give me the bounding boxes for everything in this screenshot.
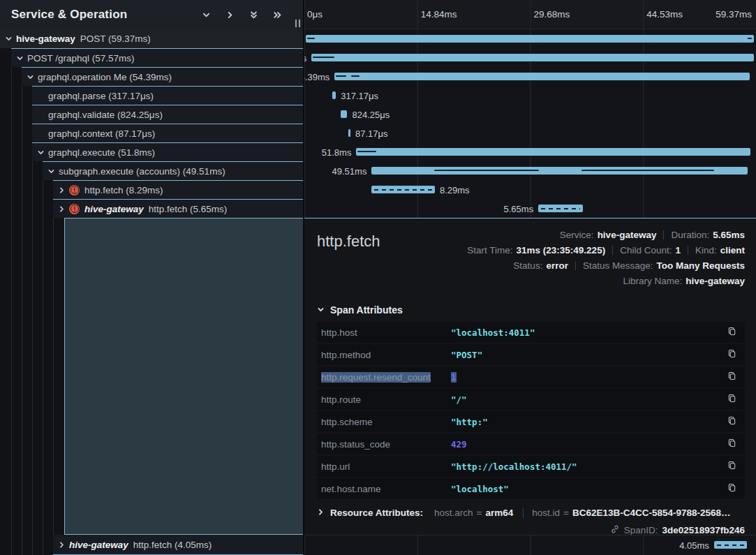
span-tree-row[interactable]: graphql.parse (317.17μs) — [32, 86, 303, 105]
chevron-right-icon[interactable] — [57, 205, 66, 213]
chevron-right-icon[interactable] — [57, 186, 66, 194]
resource-attributes-row[interactable]: Resource Attributes: host.arch=arm64 hos… — [317, 508, 745, 518]
copy-button[interactable] — [726, 415, 738, 429]
span-duration-bar[interactable] — [306, 35, 754, 43]
chevron-right-icon[interactable] — [57, 541, 66, 549]
span-tree-row[interactable]: graphql.validate (824.25μs) — [32, 105, 303, 124]
copy-icon — [727, 394, 736, 405]
span-duration-bar[interactable] — [311, 54, 753, 61]
attribute-value: "localhost" — [451, 484, 720, 494]
chevron-right-icon — [317, 508, 325, 518]
timeline-row-bottom[interactable]: 4.05ms — [304, 535, 756, 555]
span-duration-bar[interactable] — [332, 91, 336, 99]
chevron-down-icon[interactable] — [36, 149, 45, 156]
span-timeline-row[interactable]: 49.51ms — [304, 161, 756, 180]
span-duration-bar[interactable] — [714, 541, 747, 549]
copy-button[interactable] — [726, 348, 738, 362]
bar-duration-label: 49.51ms — [332, 165, 367, 176]
attribute-value: "POST" — [451, 350, 720, 360]
resource-attribute-item: host.arch=arm64 — [434, 508, 513, 518]
meta-value: client — [720, 245, 745, 256]
attribute-row[interactable]: http.route "/" — [317, 389, 745, 410]
span-timeline-row[interactable]: 4.05ms — [304, 535, 756, 554]
span-duration-bar[interactable] — [341, 110, 347, 118]
attribute-value: 429 — [451, 439, 720, 450]
span-timeline-row[interactable]: 824.25μs — [304, 105, 756, 124]
copy-button[interactable] — [726, 392, 738, 406]
attribute-value: "http://localhost:4011/" — [451, 461, 720, 472]
axis-tick-label: 59.37ms — [716, 9, 752, 20]
bar-duration-label: 8.29ms — [440, 184, 470, 195]
attribute-value: "http:" — [451, 417, 720, 427]
copy-icon — [727, 349, 736, 360]
meta-label: Library Name: — [623, 276, 682, 286]
copy-button[interactable] — [726, 437, 738, 451]
panel-splitter-handle[interactable] — [295, 20, 300, 27]
copy-button[interactable] — [726, 325, 738, 339]
span-tree-row[interactable]: !http.fetch (8.29ms) — [53, 180, 303, 199]
bar-duration-label: 5.65ms — [504, 203, 534, 214]
span-duration-bar[interactable] — [538, 205, 582, 212]
attribute-row[interactable]: http.host "localhost:4011" — [317, 322, 745, 343]
meta-label: Kind: — [695, 245, 717, 256]
attribute-row[interactable]: http.status_code 429 — [317, 434, 745, 454]
span-detail-panel: http.fetch Service:hive-gatewayDuration:… — [304, 218, 756, 535]
attribute-key: http.method — [321, 350, 451, 360]
attribute-row[interactable]: http.request.resend_count 1 — [317, 367, 745, 387]
span-service-name: hive-gateway — [69, 540, 128, 550]
span-operation-label: POST (59.37ms) — [80, 34, 151, 44]
expand-one-icon[interactable] — [224, 9, 236, 21]
span-duration-bar[interactable] — [371, 186, 435, 193]
span-tree-row[interactable]: POST /graphql (57.57ms) — [11, 48, 303, 67]
span-tree-row[interactable]: !hive-gatewayhttp.fetch (5.65ms) — [53, 199, 303, 218]
span-duration-bar[interactable] — [371, 167, 748, 175]
span-timeline-row[interactable]: 8.29ms — [304, 180, 756, 199]
bar-duration-label: 317.17μs — [341, 90, 378, 101]
span-timeline-row[interactable]: 54.39ms — [304, 67, 756, 86]
span-operation-label: http.fetch (4.05ms) — [133, 540, 212, 550]
attribute-row[interactable]: http.method "POST" — [317, 344, 745, 365]
span-timeline-row[interactable]: 87.17μs — [304, 124, 756, 142]
copy-button[interactable] — [726, 370, 738, 384]
error-icon: ! — [69, 185, 80, 195]
trace-viewer-window: Service & Operation hive-gatewayPOST (59… — [0, 0, 756, 555]
attribute-row[interactable]: http.url "http://localhost:4011/" — [317, 456, 745, 477]
span-operation-label: POST /graphql (57.57ms) — [27, 53, 135, 64]
bar-duration-label: 54.39ms — [304, 71, 329, 82]
span-attributes-table: http.host "localhost:4011" http.method "… — [317, 322, 745, 499]
copy-icon — [727, 327, 736, 338]
span-tree-row[interactable]: hive-gatewayhttp.fetch (4.05ms) — [53, 535, 303, 555]
span-timeline-row[interactable] — [304, 29, 756, 48]
span-attributes-header[interactable]: Span Attributes — [317, 304, 745, 316]
collapse-one-icon[interactable] — [200, 9, 212, 21]
chevron-down-icon[interactable] — [15, 54, 24, 62]
chevron-down-icon[interactable] — [4, 35, 13, 43]
span-duration-bar[interactable] — [356, 148, 750, 156]
span-timeline-row[interactable]: 317.17μs — [304, 86, 756, 105]
attribute-row[interactable]: http.scheme "http:" — [317, 411, 745, 432]
span-tree-row[interactable]: graphql.context (87.17μs) — [32, 124, 303, 142]
meta-label: Start Time: — [467, 245, 512, 256]
span-operation-label: subgraph.execute (accounts) (49.51ms) — [59, 166, 225, 177]
span-tree-row[interactable]: graphql.operation Me (54.39ms) — [22, 67, 303, 86]
attribute-row[interactable]: net.host.name "localhost" — [317, 478, 745, 499]
span-tree-row[interactable]: subgraph.execute (accounts) (49.51ms) — [43, 161, 303, 180]
span-duration-bar[interactable] — [348, 129, 350, 137]
copy-button[interactable] — [726, 482, 738, 496]
detail-meta-line: Library Name:hive-gateway — [467, 273, 745, 288]
collapse-all-icon[interactable] — [248, 9, 260, 21]
span-tree-row[interactable]: hive-gatewayPOST (59.37ms) — [0, 29, 303, 48]
chevron-down-icon[interactable] — [26, 73, 35, 81]
span-duration-bar[interactable] — [334, 73, 750, 80]
span-tree-row[interactable]: graphql.execute (51.8ms) — [32, 142, 303, 161]
service-operation-panel: Service & Operation hive-gatewayPOST (59… — [0, 0, 303, 555]
span-timeline-row[interactable]: 51.8ms — [304, 142, 756, 161]
expand-all-icon[interactable] — [272, 9, 283, 21]
attribute-key: http.status_code — [321, 439, 451, 450]
attribute-key: http.host — [321, 327, 451, 338]
copy-button[interactable] — [726, 459, 738, 473]
span-title: http.fetch — [317, 227, 380, 251]
chevron-down-icon[interactable] — [47, 168, 56, 175]
span-timeline-row[interactable]: 57.57ms — [304, 48, 756, 67]
span-timeline-row[interactable]: 5.65ms — [304, 199, 756, 218]
